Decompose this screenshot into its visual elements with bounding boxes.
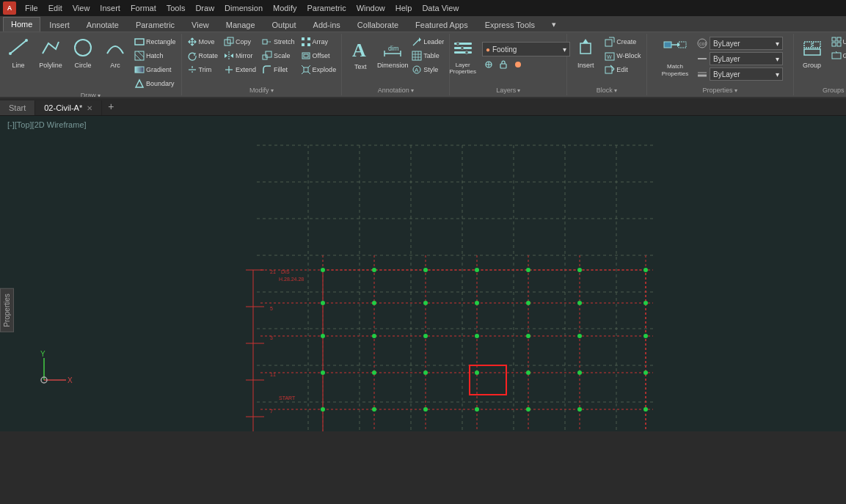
text-button[interactable]: A Text [345,35,376,73]
doc-tab-start[interactable]: Start [0,101,35,115]
lineweight-dropdown[interactable]: ByLayer [710,67,783,81]
tab-insert[interactable]: Insert [41,18,78,32]
insert-button[interactable]: Insert [570,35,601,71]
groupedit-label: GroupEdit [843,52,846,59]
svg-rect-79 [804,42,812,48]
properties-group-label[interactable]: Properties [703,85,737,95]
draw-group-content: Line Polyline Circle [3,35,178,90]
menu-help[interactable]: Help [391,2,417,14]
annotation-style[interactable]: A Style [409,63,446,76]
layers-group-label[interactable]: Layers [496,85,520,95]
trim-button[interactable]: Trim [185,63,221,76]
menu-window[interactable]: Window [352,2,390,14]
hatch-button[interactable]: Hatch [132,49,178,62]
draw-small-col: Rectangle Hatch Gradient [132,35,178,90]
tab-output[interactable]: Output [264,18,305,32]
circle-icon [72,37,94,60]
dimension-button[interactable]: dim Dimension [377,35,408,71]
drawing-canvas[interactable] [0,116,846,431]
line-button[interactable]: Line [3,35,34,71]
svg-text:A: A [352,40,366,59]
tab-parametric[interactable]: Parametric [128,18,183,32]
menu-tools[interactable]: Tools [162,2,190,14]
fillet-button[interactable]: Fillet [260,63,297,76]
table-button[interactable]: Table [409,49,446,62]
menu-edit[interactable]: Edit [44,2,67,14]
tab-annotate[interactable]: Annotate [79,18,127,32]
polyline-button[interactable]: Polyline [35,35,66,71]
tab-manage[interactable]: Manage [218,18,263,32]
match-properties-button[interactable]: Match Properties [657,35,693,79]
layer-dropdown[interactable]: ● Footing [482,42,570,56]
groupedit-button[interactable]: GroupEdit [829,49,846,62]
edit-block-button[interactable]: Edit [602,63,643,76]
doc-tab-civil[interactable]: 02-Civil-A* ✕ [35,101,102,115]
menu-file[interactable]: File [21,2,43,14]
explode-button[interactable]: Explode [299,63,339,76]
extend-button[interactable]: Extend [222,63,258,76]
polyline-label: Polyline [39,62,62,69]
svg-marker-41 [419,37,421,42]
ungroup-button[interactable]: Ungroup [829,35,846,48]
polyline-icon [40,37,62,60]
tab-home[interactable]: Home [3,17,40,32]
scale-button[interactable]: Scale [260,49,297,62]
linetype-dropdown[interactable]: ByLayer [710,52,783,65]
menu-modify[interactable]: Modify [269,2,301,14]
svg-rect-85 [837,43,841,46]
tab-addins[interactable]: Add-ins [305,18,349,32]
scale-label: Scale [274,52,291,59]
wblock-label: W-Block [616,52,641,59]
block-group-label[interactable]: Block [597,85,617,95]
wblock-button[interactable]: W W-Block [602,49,643,62]
modify-group-label[interactable]: Modify [249,85,274,95]
svg-marker-16 [225,54,227,58]
rectangle-button[interactable]: Rectangle [132,35,178,48]
tab-featured[interactable]: Featured Apps [407,18,476,32]
rotate-button[interactable]: Rotate [185,49,221,62]
menu-view[interactable]: View [68,2,95,14]
layer-freeze-btn[interactable] [482,58,495,71]
gradient-button[interactable]: Gradient [132,63,178,76]
svg-rect-51 [454,51,472,54]
color-dropdown[interactable]: ByLayer [710,37,783,50]
group-button[interactable]: Group [797,35,828,71]
arc-button[interactable]: Arc [100,35,131,71]
groups-group-label[interactable]: Groups [823,85,846,95]
menu-insert[interactable]: Insert [95,2,125,14]
layer-lock-btn[interactable] [497,58,510,71]
offset-label: Offset [313,52,330,59]
copy-button[interactable]: Copy [222,35,258,48]
annotation-group-label[interactable]: Annotation [378,85,414,95]
tab-view[interactable]: View [183,18,217,32]
layer-color-btn[interactable] [511,58,525,71]
tab-express[interactable]: Express Tools [477,18,543,32]
circle-button[interactable]: Circle [68,35,98,71]
new-tab-button[interactable]: + [102,98,120,115]
array-button[interactable]: Array [299,35,339,48]
boundary-button[interactable]: Boundary [132,77,178,90]
svg-point-2 [25,39,28,42]
menu-draw[interactable]: Draw [191,2,219,14]
draw-group-label[interactable]: Draw [81,90,101,98]
offset-button[interactable]: Offset [299,49,339,62]
tab-collaborate[interactable]: Collaborate [349,18,406,32]
create-block-button[interactable]: Create [602,35,643,48]
menu-format[interactable]: Format [126,2,161,14]
svg-line-34 [308,72,310,74]
properties-side-panel[interactable]: Properties [0,288,14,332]
annotation-group-content: A Text dim Dimension [345,35,446,85]
menu-dimension[interactable]: Dimension [220,2,267,14]
tab-more[interactable]: ▾ [544,17,564,32]
create-block-label: Create [616,38,636,45]
svg-rect-58 [500,64,506,68]
doc-tab-close-icon[interactable]: ✕ [87,104,92,112]
move-button[interactable]: Move [185,35,221,48]
leader-button[interactable]: Leader [409,35,446,48]
layer-properties-button[interactable]: LayerProperties [446,37,478,76]
menu-parametric[interactable]: Parametric [302,2,350,14]
stretch-button[interactable]: Stretch [260,35,297,48]
mirror-button[interactable]: Mirror [222,49,258,62]
menu-dataview[interactable]: Data View [417,2,463,14]
svg-point-53 [461,47,464,50]
